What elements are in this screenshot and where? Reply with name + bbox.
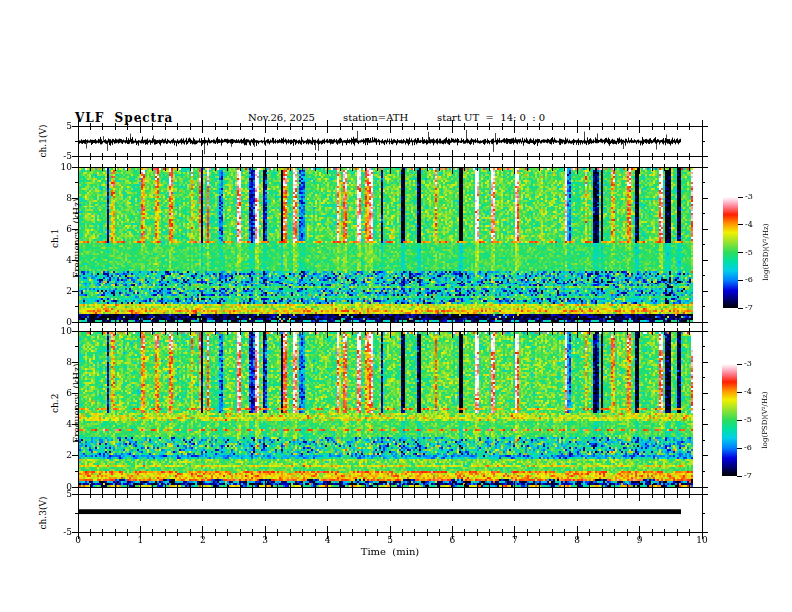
x-minor-tick (377, 123, 378, 130)
x-minor-tick (414, 529, 415, 536)
x-minor-tick (689, 123, 690, 130)
x-minor-tick (252, 491, 253, 498)
x-minor-tick (477, 123, 478, 130)
x-minor-tick (115, 164, 116, 171)
y-tick-label: 10 (50, 162, 72, 172)
x-minor-tick (402, 164, 403, 171)
x-minor-tick (464, 328, 465, 335)
x-minor-tick (302, 153, 303, 160)
x-major-tick (78, 325, 79, 338)
x-minor-tick (527, 328, 528, 335)
x-major-tick (202, 325, 203, 338)
x-minor-tick (227, 319, 228, 326)
x-minor-tick (427, 484, 428, 491)
x-minor-tick (127, 319, 128, 326)
x-minor-tick (302, 123, 303, 130)
x-minor-tick (102, 123, 103, 130)
x-minor-tick (677, 164, 678, 171)
x-minor-tick (277, 529, 278, 536)
x-minor-tick (477, 164, 478, 171)
x-major-tick (577, 488, 578, 501)
x-minor-tick (627, 484, 628, 491)
x-minor-tick (414, 491, 415, 498)
y-tick-label: 2 (50, 286, 72, 296)
x-minor-tick (90, 164, 91, 171)
x-minor-tick (614, 484, 615, 491)
x-minor-tick (614, 328, 615, 335)
x-minor-tick (652, 484, 653, 491)
x-minor-tick (552, 328, 553, 335)
x-minor-tick (602, 123, 603, 130)
x-minor-tick (190, 164, 191, 171)
colorbar-gradient (723, 197, 738, 308)
x-minor-tick (102, 328, 103, 335)
x-minor-tick (502, 484, 503, 491)
x-minor-tick (215, 123, 216, 130)
y-major-tick (702, 424, 708, 425)
x-minor-tick (152, 164, 153, 171)
x-major-tick (265, 325, 266, 338)
x-minor-tick (564, 484, 565, 491)
x-minor-tick (402, 123, 403, 130)
ch1-spectrogram-canvas (79, 168, 693, 322)
x-minor-tick (290, 123, 291, 130)
x-minor-tick (402, 328, 403, 335)
x-minor-tick (564, 153, 565, 160)
x-minor-tick (152, 491, 153, 498)
x-minor-tick (365, 123, 366, 130)
x-minor-tick (427, 164, 428, 171)
x-minor-tick (315, 484, 316, 491)
x-minor-tick (227, 484, 228, 491)
x-minor-tick (227, 529, 228, 536)
x-minor-tick (489, 319, 490, 326)
x-minor-tick (252, 123, 253, 130)
x-major-tick (639, 120, 640, 133)
y-minor-tick (702, 377, 705, 378)
x-minor-tick (627, 491, 628, 498)
x-minor-tick (352, 153, 353, 160)
colorbar-tick (738, 197, 743, 198)
y-major-tick (702, 167, 708, 168)
x-minor-tick (439, 319, 440, 326)
x-minor-tick (439, 164, 440, 171)
x-major-tick (327, 161, 328, 174)
y-minor-tick (75, 213, 78, 214)
x-minor-tick (664, 319, 665, 326)
x-minor-tick (527, 484, 528, 491)
x-minor-tick (340, 328, 341, 335)
y-minor-tick (75, 275, 78, 276)
x-minor-tick (689, 153, 690, 160)
x-minor-tick (340, 123, 341, 130)
x-minor-tick (502, 164, 503, 171)
x-major-tick (639, 325, 640, 338)
y-minor-tick (75, 471, 78, 472)
x-minor-tick (589, 328, 590, 335)
x-tick-label: 7 (505, 535, 525, 545)
x-minor-tick (527, 529, 528, 536)
x-major-tick (577, 120, 578, 133)
y-tick-label: 5 (50, 121, 72, 131)
x-minor-tick (290, 491, 291, 498)
time-axis-title: Time (min) (310, 546, 470, 557)
colorbar-tick (738, 280, 743, 281)
x-minor-tick (90, 529, 91, 536)
x-tick-label: 5 (380, 535, 400, 545)
ch3-waveform-panel (78, 494, 703, 533)
x-minor-tick (614, 491, 615, 498)
x-minor-tick (564, 319, 565, 326)
x-major-tick (265, 488, 266, 501)
x-minor-tick (352, 319, 353, 326)
x-minor-tick (277, 328, 278, 335)
x-major-tick (452, 325, 453, 338)
x-minor-tick (664, 153, 665, 160)
x-minor-tick (402, 153, 403, 160)
x-minor-tick (290, 529, 291, 536)
x-minor-tick (677, 529, 678, 536)
x-minor-tick (177, 319, 178, 326)
y-major-tick (702, 455, 708, 456)
x-minor-tick (277, 484, 278, 491)
x-major-tick (202, 120, 203, 133)
y-major-tick (702, 331, 708, 332)
x-minor-tick (539, 164, 540, 171)
y-minor-tick (702, 141, 705, 142)
